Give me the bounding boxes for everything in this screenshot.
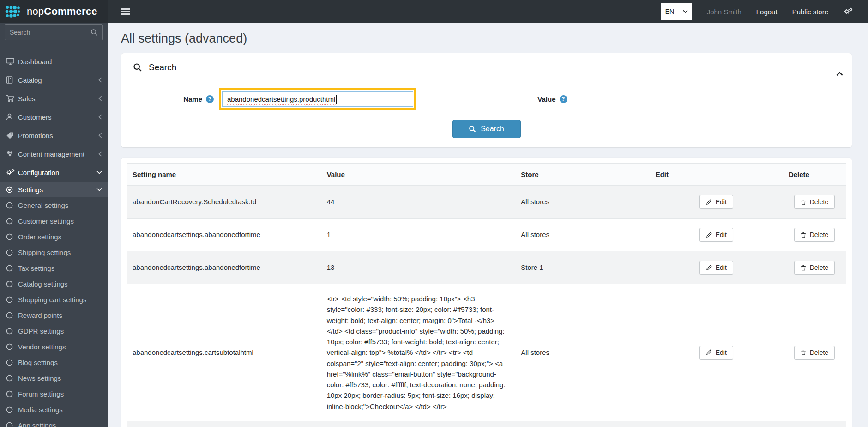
sidebar-search-box[interactable] (5, 24, 103, 40)
sidebar: Dashboard Catalog Sales Customers (0, 23, 108, 427)
edit-button[interactable]: Edit (699, 195, 733, 209)
logo-text: nopCommerce (27, 6, 97, 18)
help-icon[interactable]: ? (560, 95, 567, 103)
sidebar-item-shopping-cart-settings[interactable]: Shopping cart settings (0, 292, 108, 307)
public-store-link[interactable]: Public store (792, 8, 828, 16)
sidebar-item-label: Shopping cart settings (18, 296, 86, 304)
sidebar-item-vendor-settings[interactable]: Vendor settings (0, 339, 108, 354)
chevron-left-icon (98, 114, 102, 120)
logout-link[interactable]: Logout (756, 8, 778, 16)
sidebar-item-label: Settings (18, 186, 43, 194)
circle-icon (6, 281, 18, 287)
search-icon (133, 63, 142, 72)
edit-button[interactable]: Edit (699, 228, 733, 242)
trash-icon (801, 232, 806, 238)
value-cell: 13 (321, 251, 515, 284)
hamburger-menu-button[interactable] (121, 7, 130, 17)
text-caret (336, 95, 337, 104)
sidebar-item-news-settings[interactable]: News settings (0, 370, 108, 386)
search-icon (469, 125, 476, 133)
sidebar-item-configuration[interactable]: Configuration (0, 163, 108, 182)
circle-icon (6, 343, 18, 350)
sidebar-item-customers[interactable]: Customers (0, 108, 108, 126)
sidebar-item-content-management[interactable]: Content management (0, 145, 108, 163)
gears-icon[interactable] (843, 7, 853, 16)
name-label: Name (133, 95, 202, 103)
value-input[interactable] (573, 91, 768, 107)
edit-button[interactable]: Edit (699, 261, 733, 274)
store-cell: All stores (515, 219, 650, 251)
logo-dots-icon (5, 5, 22, 18)
sidebar-item-forum-settings[interactable]: Forum settings (0, 386, 108, 402)
sidebar-item-promotions[interactable]: Promotions (0, 126, 108, 145)
table-row: abandonedcartsettings.abandonedfortime 1… (127, 251, 846, 284)
delete-button-label: Delete (810, 349, 828, 356)
circle-icon (6, 218, 18, 225)
sidebar-item-dashboard[interactable]: Dashboard (0, 52, 108, 71)
search-button[interactable]: Search (452, 120, 521, 138)
setting-name-cell (127, 421, 321, 427)
sidebar-item-label: Shipping settings (18, 249, 71, 256)
user-name: John Smith (707, 8, 741, 16)
sidebar-item-label: Customers (18, 113, 52, 121)
sidebar-item-reward-points[interactable]: Reward points (0, 307, 108, 323)
sidebar-item-settings[interactable]: Settings (0, 182, 108, 197)
language-select[interactable]: EN (661, 3, 692, 20)
sidebar-item-catalog[interactable]: Catalog (0, 71, 108, 89)
chevron-left-icon (98, 77, 102, 83)
sidebar-search-input[interactable] (10, 29, 88, 36)
main-content: All settings (advanced) Search Name ? ab… (108, 23, 868, 427)
delete-button[interactable]: Delete (794, 228, 835, 242)
store-cell: Store 1 (515, 251, 650, 284)
chevron-up-icon[interactable] (836, 72, 843, 76)
pencil-icon (706, 265, 712, 271)
sidebar-item-label: App settings (18, 421, 56, 427)
search-icon (90, 29, 98, 36)
sidebar-item-label: Catalog settings (18, 280, 68, 288)
edit-button-label: Edit (716, 264, 727, 271)
sidebar-item-label: Configuration (18, 169, 59, 177)
circle-icon (6, 202, 18, 209)
value-cell: <tr> <td style="width: 50%; padding: 10p… (321, 284, 515, 421)
edit-button[interactable]: Edit (699, 346, 733, 360)
sidebar-item-label: Catalog (18, 76, 42, 84)
sidebar-menu: Dashboard Catalog Sales Customers (0, 40, 108, 427)
setting-name-cell: abandonedcartsettings.cartsubtotalhtml (127, 284, 321, 421)
help-icon[interactable]: ? (206, 95, 214, 103)
sidebar-item-app-settings[interactable]: App settings (0, 417, 108, 427)
column-header-edit: Edit (650, 164, 783, 186)
value-field-group: Value ? (487, 88, 840, 110)
sidebar-item-sales[interactable]: Sales (0, 89, 108, 108)
delete-button[interactable]: Delete (794, 261, 835, 274)
sidebar-item-label: Dashboard (18, 58, 52, 66)
sidebar-item-catalog-settings[interactable]: Catalog settings (0, 276, 108, 292)
nopcommerce-logo[interactable]: nopCommerce (0, 0, 108, 23)
sidebar-item-media-settings[interactable]: Media settings (0, 402, 108, 417)
chevron-left-icon (98, 151, 102, 157)
sidebar-item-general-settings[interactable]: General settings (0, 197, 108, 213)
sidebar-item-label: General settings (18, 201, 68, 209)
circle-icon (6, 249, 18, 256)
sidebar-item-gdpr-settings[interactable]: GDPR settings (0, 323, 108, 339)
setting-name-cell: abandonedcartsettings.abandonedfortime (127, 251, 321, 284)
circle-icon (6, 390, 18, 397)
search-button-row: Search (133, 120, 840, 138)
search-form: Name ? abandonedcartsettings.producthtml… (133, 88, 840, 110)
sidebar-item-tax-settings[interactable]: Tax settings (0, 260, 108, 276)
edit-button-label: Edit (716, 231, 727, 238)
setting-name-cell: abandonedcartsettings.abandonedfortime (127, 219, 321, 251)
sidebar-item-shipping-settings[interactable]: Shipping settings (0, 244, 108, 260)
delete-button[interactable]: Delete (794, 195, 835, 209)
circle-icon (6, 312, 18, 319)
page-title: All settings (advanced) (121, 31, 852, 46)
sidebar-item-blog-settings[interactable]: Blog settings (0, 354, 108, 370)
circle-icon (6, 265, 18, 272)
focus-highlight-frame: abandonedcartsettings.producthtml (219, 88, 416, 110)
sidebar-item-order-settings[interactable]: Order settings (0, 229, 108, 244)
name-input[interactable]: abandonedcartsettings.producthtml (222, 91, 413, 107)
delete-button-label: Delete (810, 264, 828, 271)
sidebar-item-customer-settings[interactable]: Customer settings (0, 213, 108, 229)
table-header-row: Setting name Value Store Edit Delete (127, 164, 846, 186)
delete-button[interactable]: Delete (794, 346, 835, 360)
name-field-group: Name ? abandonedcartsettings.producthtml (133, 88, 487, 110)
